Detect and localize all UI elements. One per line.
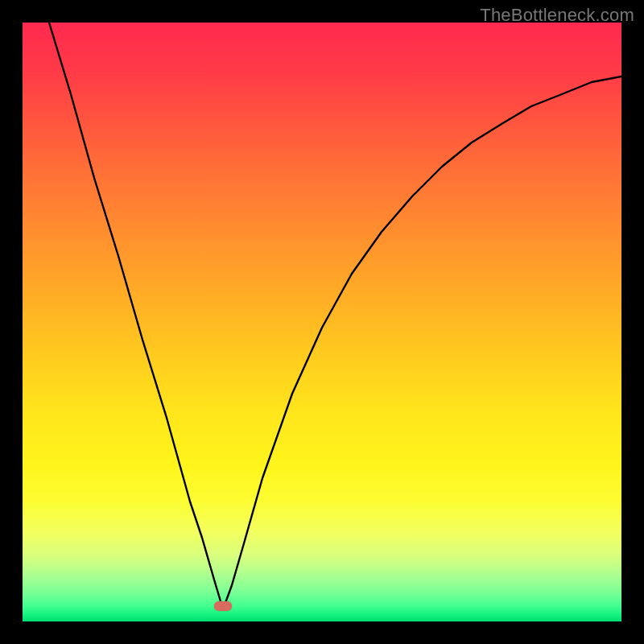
chart-frame: TheBottleneck.com — [0, 0, 644, 644]
bottleneck-curve — [23, 23, 621, 621]
minimum-marker — [214, 601, 232, 611]
curve-path — [49, 23, 621, 609]
plot-area — [23, 23, 621, 621]
watermark-text: TheBottleneck.com — [480, 5, 634, 26]
